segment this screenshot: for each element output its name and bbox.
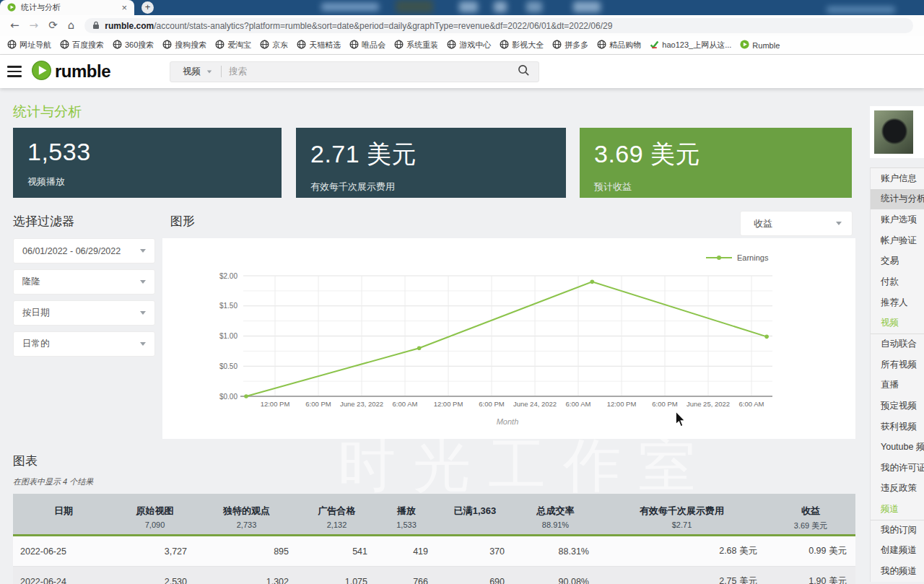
hamburger-menu-icon[interactable]: [7, 66, 22, 77]
column-total: 88.91%: [542, 520, 569, 529]
bookmark-item[interactable]: hao123_上网从这...: [650, 39, 731, 52]
sidebar-item-1[interactable]: 统计与分析: [871, 189, 924, 210]
sidebar-item-12[interactable]: 获利视频: [871, 417, 924, 437]
table-column-header[interactable]: 广告合格2,132: [297, 494, 376, 534]
dropdown-value: 06/01/2022 - 06/29/2022: [22, 246, 140, 256]
sidebar-item-5[interactable]: 付款: [871, 271, 924, 292]
table-cell: 3,727: [114, 536, 196, 566]
bookmark-label: 京东: [272, 40, 288, 51]
bookmark-item[interactable]: 爱淘宝: [215, 39, 251, 52]
bookmark-item[interactable]: 游戏中心: [447, 39, 491, 52]
bookmark-label: 精品购物: [609, 40, 641, 51]
bookmark-label: 系统重装: [406, 40, 438, 51]
bookmark-item[interactable]: 拼多多: [552, 39, 588, 52]
table-column-header[interactable]: 有效每千次展示费用$2.71: [598, 494, 766, 534]
globe-icon: [260, 39, 269, 52]
bookmark-label: 拼多多: [565, 40, 588, 51]
date-range-dropdown[interactable]: 06/01/2022 - 06/29/2022: [13, 238, 155, 263]
stat-label: 视频播放: [27, 175, 267, 188]
sidebar-item-18[interactable]: 创建频道: [871, 541, 924, 562]
table-row[interactable]: 2022-06-253,72789554141937088.31%2.68 美元…: [13, 536, 855, 567]
dropdown-value: 日常的: [22, 338, 140, 350]
forward-icon[interactable]: →: [30, 20, 39, 31]
sidebar-item-15[interactable]: 违反政策: [871, 479, 924, 500]
bookmark-label: 网址导航: [19, 40, 51, 51]
close-tab-icon[interactable]: ×: [121, 3, 127, 12]
sidebar-item-2[interactable]: 账户选项: [871, 209, 924, 230]
account-avatar-card[interactable]: [870, 106, 924, 158]
stat-value: 1,533: [27, 138, 267, 166]
sidebar-item-4[interactable]: 交易: [871, 251, 924, 272]
bookmark-item[interactable]: 精品购物: [597, 39, 641, 52]
bookmark-item[interactable]: 百度搜索: [60, 39, 104, 52]
browser-tab[interactable]: 统计与分析 ×: [0, 0, 134, 15]
bookmark-item[interactable]: 系统重装: [394, 39, 438, 52]
table-cell: 895: [196, 536, 297, 566]
bookmark-item[interactable]: 搜狗搜索: [162, 39, 206, 52]
sidebar-item-3[interactable]: 帐户验证: [871, 230, 924, 251]
platform-dropdown[interactable]: 隆隆: [13, 269, 155, 295]
table-column-header[interactable]: 总成交率88.91%: [513, 494, 598, 534]
sidebar-item-9[interactable]: 所有视频: [871, 354, 924, 375]
new-tab-button[interactable]: +: [141, 1, 154, 14]
bookmark-item[interactable]: 网址导航: [7, 39, 51, 52]
search-bar[interactable]: 视频 搜索: [170, 61, 539, 82]
bookmark-item[interactable]: 唯品会: [349, 39, 385, 52]
search-category-select[interactable]: 视频: [183, 66, 201, 78]
bookmark-item[interactable]: Rumble: [740, 39, 780, 52]
sidebar-item-11[interactable]: 预定视频: [871, 396, 924, 417]
bookmarks-bar: 网址导航百度搜索360搜索搜狗搜索爱淘宝京东天猫精选唯品会系统重装游戏中心影视大…: [0, 36, 924, 55]
table-cell: 90.08%: [513, 567, 598, 584]
sidebar-item-19[interactable]: 我的频道: [871, 561, 924, 582]
globe-icon: [215, 39, 225, 52]
table-cell: 541: [297, 536, 376, 566]
home-icon[interactable]: ⌂: [68, 20, 75, 31]
globe-icon: [447, 39, 456, 52]
column-label: 广告合格: [318, 505, 356, 518]
period-dropdown[interactable]: 日常的: [13, 331, 155, 357]
table-cell: 370: [437, 536, 513, 566]
svg-text:6:00 PM: 6:00 PM: [652, 400, 677, 408]
table-column-header[interactable]: 原始视图7,090: [114, 494, 196, 534]
sidebar-item-6[interactable]: 推荐人: [871, 292, 924, 313]
table-cell: 2022-06-25: [13, 536, 114, 566]
table-column-header[interactable]: 播放1,533: [376, 494, 437, 534]
bookmark-item[interactable]: 影视大全: [500, 39, 544, 52]
sidebar-item-14[interactable]: 我的许可证: [871, 458, 924, 479]
url-path: /account/stats-analytics?platform=rumble…: [154, 21, 612, 31]
table-column-header[interactable]: 已满1,363: [437, 494, 513, 534]
column-label: 独特的观点: [223, 505, 270, 518]
svg-text:$0.50: $0.50: [219, 362, 237, 370]
bookmark-item[interactable]: 京东: [260, 39, 288, 52]
bookmark-item[interactable]: 360搜索: [113, 39, 154, 52]
table-column-header[interactable]: 收益3.69 美元: [766, 494, 855, 534]
table-column-header[interactable]: 独特的观点2,733: [196, 494, 297, 534]
search-input[interactable]: 搜索: [229, 66, 518, 78]
table-column-header[interactable]: 日期: [13, 494, 114, 534]
sidebar-item-13[interactable]: Youtube 频道: [871, 437, 924, 458]
url-omnibox[interactable]: rumble.com/account/stats-analytics?platf…: [84, 18, 913, 33]
globe-icon: [7, 39, 17, 52]
stat-label: 有效每千次展示费用: [310, 180, 552, 193]
bookmark-item[interactable]: 天猫精选: [297, 39, 341, 52]
sidebar-item-16: 频道: [871, 499, 924, 520]
sidebar-item-10[interactable]: 直播: [871, 375, 924, 396]
sort-dropdown[interactable]: 按日期: [13, 300, 155, 326]
table-cell: 766: [376, 567, 437, 584]
back-icon[interactable]: ←: [10, 20, 19, 31]
sidebar-item-8[interactable]: 自动联合: [871, 334, 924, 354]
rumble-logo[interactable]: rumble: [32, 61, 110, 83]
svg-text:June 23, 2022: June 23, 2022: [340, 400, 383, 408]
site-header: rumble 视频 搜索: [0, 55, 924, 88]
chevron-down-icon: [140, 311, 146, 315]
bookmark-label: 爱淘宝: [227, 40, 251, 51]
sidebar-item-17[interactable]: 我的订阅: [871, 520, 924, 541]
search-icon[interactable]: [518, 64, 530, 79]
table-cell: 1.90 美元: [766, 567, 855, 584]
globe-icon: [60, 39, 69, 52]
table-cell: 2.68 美元: [598, 536, 766, 566]
reload-icon[interactable]: ⟳: [48, 20, 58, 31]
sidebar-item-0[interactable]: 账户信息: [871, 168, 924, 189]
graph-metric-dropdown[interactable]: 收益: [740, 211, 853, 236]
table-row[interactable]: 2022-06-242,5301,3021,07576669090.08%2.7…: [13, 567, 855, 584]
